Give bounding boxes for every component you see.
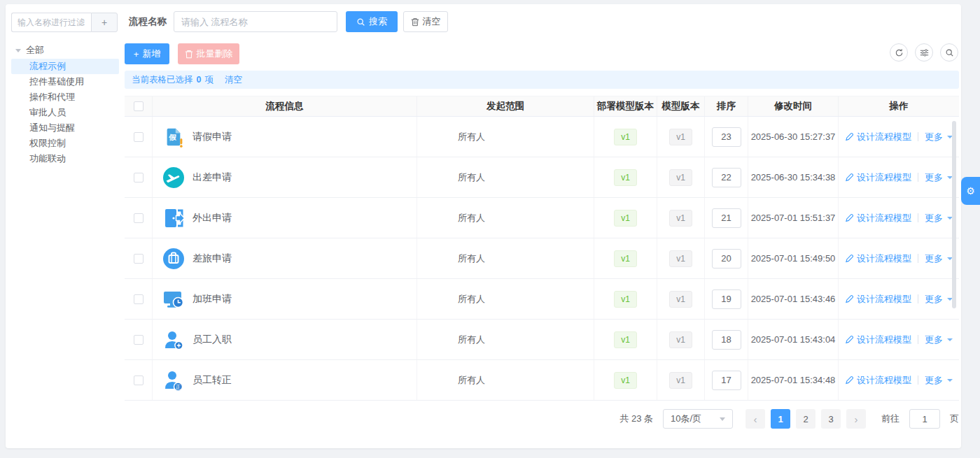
page-button-2[interactable]: 2: [796, 409, 816, 429]
table-row: 假请假申请所有人v1v12025-06-30 15:27:37设计流程模型更多: [125, 117, 959, 157]
modified-time: 2025-07-01 15:51:37: [748, 198, 839, 238]
sidebar-item[interactable]: 控件基础使用: [11, 74, 119, 90]
table-row: 外出申请所有人v1v12025-07-01 15:51:37设计流程模型更多: [125, 198, 959, 238]
batch-delete-button[interactable]: 批量删除: [178, 43, 239, 64]
select-all-cell: [125, 96, 153, 116]
table-row: 正员工转正所有人v1v12025-07-01 15:34:48设计流程模型更多: [125, 360, 959, 401]
column-header: 修改时间: [748, 96, 839, 116]
sidebar-item[interactable]: 审批人员: [11, 105, 119, 120]
tree-root-item[interactable]: 全部: [11, 42, 119, 59]
more-label: 更多: [925, 374, 943, 387]
column-header: 部署模型版本: [594, 96, 657, 116]
page-size-select[interactable]: 10条/页: [663, 409, 733, 429]
clear-button[interactable]: 清空: [403, 11, 448, 32]
sort-input[interactable]: [712, 371, 741, 390]
sidebar-item[interactable]: 功能联动: [11, 151, 119, 166]
scope-cell: 所有人: [417, 320, 594, 359]
table-row: 员工入职所有人v1v12025-07-01 15:43:04设计流程模型更多: [125, 320, 959, 360]
sort-input[interactable]: [712, 127, 741, 147]
ops-divider: [918, 173, 918, 182]
model-version-badge: v1: [669, 210, 692, 227]
pagination: 共 23 条 10条/页 ‹123› 前往 页: [125, 409, 959, 429]
more-link[interactable]: 更多: [925, 374, 953, 387]
sidebar-item[interactable]: 权限控制: [11, 136, 119, 151]
select-all-checkbox[interactable]: [134, 101, 144, 111]
sort-input[interactable]: [712, 289, 741, 309]
design-model-link[interactable]: 设计流程模型: [845, 212, 911, 224]
caret-down-icon: [15, 49, 21, 52]
deploy-version-badge: v1: [614, 169, 637, 186]
table-header: 流程信息发起范围部署模型版本模型版本排序修改时间操作: [125, 96, 959, 117]
sidebar-filter-group: +: [11, 13, 118, 32]
more-link[interactable]: 更多: [925, 334, 953, 346]
trash-icon: [411, 17, 419, 27]
add-button[interactable]: + 新增: [125, 43, 169, 64]
sort-input[interactable]: [712, 330, 741, 350]
tree-add-button[interactable]: +: [91, 13, 118, 32]
more-link[interactable]: 更多: [925, 212, 953, 224]
edit-pencil-icon: [845, 132, 854, 141]
batch-delete-label: 批量删除: [197, 48, 233, 60]
refresh-button[interactable]: [890, 43, 908, 62]
design-model-link[interactable]: 设计流程模型: [845, 131, 911, 143]
row-checkbox[interactable]: [134, 294, 144, 304]
row-checkbox[interactable]: [134, 375, 144, 385]
sort-input[interactable]: [712, 208, 741, 228]
more-link[interactable]: 更多: [925, 293, 953, 306]
more-link[interactable]: 更多: [925, 131, 953, 143]
deploy-version-badge: v1: [614, 331, 637, 348]
row-checkbox[interactable]: [134, 254, 144, 264]
goto-page-input[interactable]: [909, 409, 940, 429]
page-button-1[interactable]: 1: [771, 409, 790, 429]
model-version-badge: v1: [669, 331, 692, 348]
search-icon: [356, 17, 365, 27]
page-button-3[interactable]: 3: [821, 409, 841, 429]
ops-divider: [918, 375, 918, 385]
row-checkbox[interactable]: [134, 213, 144, 223]
settings-drawer-tab[interactable]: ⚙: [961, 177, 980, 205]
column-header: 模型版本: [657, 96, 705, 116]
search-form: 流程名称 搜索 清空: [129, 11, 448, 32]
sidebar-item[interactable]: 流程示例: [11, 59, 119, 74]
deploy-version-badge: v1: [614, 250, 637, 267]
table-scrollbar[interactable]: [952, 121, 956, 308]
more-link[interactable]: 更多: [925, 252, 953, 265]
sort-input[interactable]: [712, 168, 741, 187]
goto-unit: 页: [950, 413, 959, 425]
sort-input[interactable]: [712, 249, 741, 269]
design-model-label: 设计流程模型: [857, 334, 911, 346]
table-body: 假请假申请所有人v1v12025-06-30 15:27:37设计流程模型更多出…: [125, 117, 959, 401]
row-checkbox[interactable]: [134, 132, 144, 142]
search-button[interactable]: 搜索: [346, 11, 398, 32]
chevron-down-icon: [720, 417, 725, 421]
edit-pencil-icon: [845, 375, 854, 385]
selection-count: 0: [197, 75, 202, 85]
tree-filter-input[interactable]: [11, 13, 91, 32]
process-name: 员工转正: [192, 374, 232, 387]
design-model-link[interactable]: 设计流程模型: [845, 293, 911, 306]
ops-divider: [918, 132, 918, 141]
design-model-link[interactable]: 设计流程模型: [845, 374, 911, 387]
selection-clear-link[interactable]: 清空: [225, 74, 242, 86]
monitor-clock-icon: [162, 288, 185, 310]
more-label: 更多: [925, 131, 943, 143]
design-model-label: 设计流程模型: [857, 252, 911, 265]
process-name: 外出申请: [192, 212, 232, 224]
design-model-link[interactable]: 设计流程模型: [845, 252, 911, 265]
next-page-button[interactable]: ›: [846, 409, 866, 429]
design-model-link[interactable]: 设计流程模型: [845, 171, 911, 184]
model-version-badge: v1: [669, 169, 692, 186]
process-name-input[interactable]: [174, 11, 337, 32]
more-link[interactable]: 更多: [925, 171, 953, 184]
row-checkbox[interactable]: [134, 173, 144, 183]
sidebar-item[interactable]: 通知与提醒: [11, 120, 119, 136]
deploy-version-badge: v1: [614, 372, 637, 389]
table-search-button[interactable]: [940, 43, 958, 62]
design-model-link[interactable]: 设计流程模型: [845, 334, 911, 346]
scope-cell: 所有人: [417, 157, 594, 197]
prev-page-button[interactable]: ‹: [746, 409, 765, 429]
row-checkbox[interactable]: [134, 335, 144, 345]
sidebar-item[interactable]: 操作和代理: [11, 90, 119, 105]
selection-info-bar: 当前表格已选择 0 项 清空: [125, 71, 959, 89]
column-settings-button[interactable]: [915, 43, 933, 62]
